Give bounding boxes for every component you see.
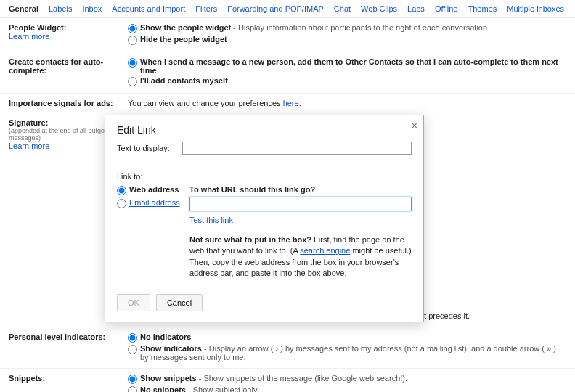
row-auto-contacts: Create contacts for auto-complete: When … (0, 52, 575, 94)
close-icon[interactable]: × (412, 120, 417, 131)
tab-inbox[interactable]: Inbox (82, 4, 102, 13)
search-engine-link[interactable]: search engine (300, 246, 350, 255)
cancel-button[interactable]: Cancel (156, 294, 203, 311)
tab-accounts-and-import[interactable]: Accounts and Import (112, 4, 185, 13)
radio-email-address[interactable] (117, 199, 126, 208)
test-link[interactable]: Test this link (189, 216, 412, 224)
row-ads: Importance signals for ads: You can view… (0, 94, 575, 113)
tab-general[interactable]: General (9, 4, 38, 13)
modal-title: Edit Link (105, 115, 423, 142)
learn-more-link[interactable]: Learn more (9, 32, 49, 41)
url-input[interactable] (189, 197, 412, 211)
radio-manual-contacts[interactable] (128, 77, 137, 86)
ads-title: Importance signals for ads: (9, 99, 128, 107)
tab-multiple-inboxes[interactable]: Multiple inboxes (507, 4, 564, 13)
pli-title: Personal level indicators: (9, 332, 128, 341)
radio-show-snippets[interactable] (128, 375, 137, 384)
radio-no-indicators[interactable] (128, 333, 137, 343)
row-pli: Personal level indicators: No indicators… (0, 327, 575, 369)
help-text: Not sure what to put in the box? First, … (189, 234, 412, 279)
people-widget-title: People Widget: (9, 23, 128, 32)
tab-themes[interactable]: Themes (468, 4, 497, 13)
auto-contacts-title: Create contacts for auto-complete: (9, 57, 128, 75)
tab-labs[interactable]: Labs (407, 4, 425, 13)
tab-forwarding-and-pop-imap[interactable]: Forwarding and POP/IMAP (227, 4, 324, 13)
row-snippets: Snippets: Show snippets - Show snippets … (0, 369, 575, 392)
snippets-title: Snippets: (9, 374, 128, 383)
text-to-display-input[interactable] (182, 142, 412, 155)
edit-link-modal: × Edit Link Text to display: Link to: We… (105, 115, 424, 322)
radio-auto-add-contacts[interactable] (128, 58, 137, 68)
radio-no-snippets[interactable] (128, 386, 137, 392)
tab-web-clips[interactable]: Web Clips (361, 4, 397, 13)
radio-show-indicators[interactable] (128, 345, 137, 354)
tab-filters[interactable]: Filters (195, 4, 217, 13)
ok-button[interactable]: OK (117, 294, 150, 311)
learn-more-link[interactable]: Learn more (9, 142, 49, 150)
radio-hide-people-widget[interactable] (128, 36, 137, 45)
settings-tabs: GeneralLabelsInboxAccounts and ImportFil… (0, 0, 575, 18)
ads-here-link[interactable]: here (283, 99, 299, 107)
radio-show-people-widget[interactable] (128, 24, 137, 33)
tab-labels[interactable]: Labels (49, 4, 72, 13)
tab-chat[interactable]: Chat (334, 4, 351, 13)
radio-web-address[interactable] (117, 186, 126, 195)
row-people-widget: People Widget: Learn more Show the peopl… (0, 18, 575, 52)
tab-offline[interactable]: Offline (435, 4, 458, 13)
